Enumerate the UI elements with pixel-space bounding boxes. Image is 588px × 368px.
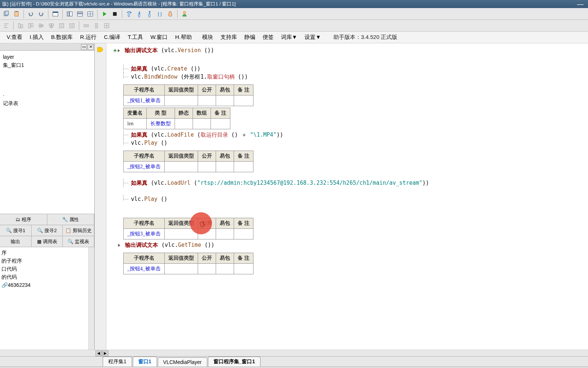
- table-cell[interactable]: [234, 264, 253, 274]
- menu-settings[interactable]: 设置▼: [301, 32, 325, 42]
- align1-icon[interactable]: [1, 21, 11, 30]
- align4-icon[interactable]: [36, 21, 46, 30]
- table-cell[interactable]: [193, 119, 211, 129]
- table-cell[interactable]: _按钮2_被单击: [124, 162, 165, 172]
- code-editor[interactable]: ＋ 输出调试文本 (vlc.Version ()) 如果真 (vlc.Creat…: [95, 43, 588, 350]
- menu-run[interactable]: R.运行: [76, 32, 100, 42]
- stepout-icon[interactable]: {}: [145, 9, 154, 19]
- variable-table[interactable]: 变量名类 型静态数组备 注 len长整数型: [123, 108, 230, 129]
- search-tab-1[interactable]: 🔍搜寻1: [0, 225, 32, 236]
- table-cell[interactable]: [216, 162, 234, 172]
- close-icon[interactable]: ✕: [88, 44, 94, 50]
- tree-node[interactable]: layer: [1, 53, 93, 61]
- code-line[interactable]: 如果真 (vlc.LoadUrl ("rtsp://admin:hcby1234…: [123, 179, 582, 187]
- table-cell[interactable]: [198, 162, 216, 172]
- scroll-right-icon[interactable]: ▶: [102, 350, 109, 356]
- table-cell[interactable]: _按钮3_被单击: [124, 229, 165, 239]
- menu-dict[interactable]: 词库▼: [277, 32, 301, 42]
- outline-item[interactable]: 口代码: [1, 265, 93, 273]
- table-cell[interactable]: [165, 95, 198, 106]
- subroutine-table[interactable]: 子程序名返回值类型公开易包备 注 _按钮2_被单击: [123, 151, 253, 172]
- stepover-icon[interactable]: {}: [124, 9, 134, 19]
- align6-icon[interactable]: [57, 21, 66, 30]
- redo-icon[interactable]: [36, 9, 46, 19]
- form-icon[interactable]: [51, 9, 60, 19]
- layout2-icon[interactable]: [75, 9, 85, 19]
- outline-item[interactable]: 的代码: [1, 273, 93, 281]
- table-cell[interactable]: _按钮4_被单击: [124, 264, 165, 274]
- table-cell[interactable]: [211, 119, 230, 129]
- menu-module[interactable]: 模块: [198, 32, 217, 42]
- layout3-icon[interactable]: [85, 9, 95, 19]
- tab-vlcmediaplayer[interactable]: VLCMediaPlayer: [158, 357, 207, 367]
- table-cell[interactable]: [234, 162, 253, 172]
- code-line[interactable]: 如果真 (vlc.Create ()): [123, 65, 582, 73]
- outline-item[interactable]: 的子程序: [1, 257, 93, 265]
- collapse-icon[interactable]: [118, 49, 120, 52]
- align7-icon[interactable]: [67, 21, 77, 30]
- braces-icon[interactable]: { }: [155, 9, 165, 19]
- menu-database[interactable]: B.数据库: [47, 32, 76, 42]
- tab-windowprogset[interactable]: 窗口程序集_窗口1: [208, 357, 261, 367]
- copy-icon[interactable]: [1, 9, 11, 19]
- outline-list[interactable]: 序 的子程序 口代码 的代码 🔗46362234: [0, 247, 94, 350]
- table-cell[interactable]: len: [124, 119, 147, 129]
- undo-icon[interactable]: [26, 9, 36, 19]
- table-cell[interactable]: [216, 95, 234, 106]
- run-icon[interactable]: [100, 9, 109, 19]
- menu-window[interactable]: W.窗口: [147, 32, 172, 42]
- hand-icon[interactable]: [165, 9, 175, 19]
- table-cell[interactable]: [234, 95, 253, 106]
- table-cell[interactable]: [198, 95, 216, 106]
- project-tree[interactable]: layer 集_窗口1 · 记录表: [0, 51, 94, 214]
- pin-icon[interactable]: ▭: [81, 44, 87, 50]
- stop-icon[interactable]: [110, 9, 120, 19]
- align5-icon[interactable]: [47, 21, 56, 30]
- code-line[interactable]: vlc.Play (): [123, 195, 582, 203]
- collapse-icon[interactable]: [118, 244, 120, 247]
- table-cell[interactable]: [234, 229, 253, 239]
- search-tab-2[interactable]: 🔍搜寻2: [32, 225, 63, 236]
- menu-quiet[interactable]: 静编: [241, 32, 259, 42]
- minimize-button[interactable]: —: [575, 0, 586, 8]
- table-cell[interactable]: [165, 229, 198, 239]
- tree-node[interactable]: 记录表: [1, 99, 93, 107]
- code-body[interactable]: ＋ 输出调试文本 (vlc.Version ()) 如果真 (vlc.Creat…: [106, 43, 588, 350]
- menu-insert[interactable]: I.插入: [26, 32, 47, 42]
- table-cell[interactable]: _按钮1_被单击: [124, 95, 165, 106]
- size3-icon[interactable]: [102, 21, 112, 30]
- subroutine-table[interactable]: 子程序名返回值类型公开易包备 注 _按钮3_被单击: [123, 218, 253, 239]
- align3-icon[interactable]: [26, 21, 36, 30]
- subroutine-table[interactable]: 子程序名返回值类型公开易包备 注 _按钮1_被单击: [123, 84, 253, 106]
- subroutine-table[interactable]: 子程序名返回值类型公开易包备 注 _按钮4_被单击: [123, 253, 253, 274]
- menu-support[interactable]: 支持库: [217, 32, 241, 42]
- calltable-tab[interactable]: ▦调用表: [32, 236, 63, 247]
- table-cell[interactable]: [216, 229, 234, 239]
- align2-icon[interactable]: [16, 21, 25, 30]
- menu-help[interactable]: H.帮助: [172, 32, 196, 42]
- menu-tool[interactable]: T.工具: [124, 32, 147, 42]
- code-line[interactable]: ＋ 输出调试文本 (vlc.Version ()): [112, 46, 582, 54]
- layout1-icon[interactable]: [65, 9, 74, 19]
- table-cell[interactable]: [198, 229, 216, 239]
- tree-node[interactable]: 集_窗口1: [1, 61, 93, 69]
- table-cell[interactable]: [198, 264, 216, 274]
- tree-node[interactable]: ·: [1, 91, 93, 99]
- watch-tab[interactable]: 🔍监视表: [63, 236, 94, 247]
- prop-tab-program[interactable]: 🗂程序: [0, 214, 47, 225]
- scrollbar[interactable]: [88, 247, 94, 350]
- code-line[interactable]: vlc.BindWindow (外形框1.取窗口句柄 ()): [123, 73, 582, 81]
- menu-note[interactable]: 便签: [259, 32, 277, 42]
- table-cell[interactable]: 长整数型: [147, 119, 175, 129]
- size2-icon[interactable]: [92, 21, 101, 30]
- table-cell[interactable]: [165, 162, 198, 172]
- stepinto-icon[interactable]: {}: [135, 9, 144, 19]
- code-line[interactable]: vlc.Play (): [123, 139, 582, 147]
- output-tab[interactable]: 输出: [0, 236, 32, 247]
- tab-programset1[interactable]: 程序集1: [103, 357, 132, 367]
- size1-icon[interactable]: [81, 21, 91, 30]
- scroll-left-icon[interactable]: ◀: [95, 350, 102, 356]
- tab-window1[interactable]: 窗口1: [133, 357, 157, 367]
- prop-tab-attr[interactable]: 🔧属性: [47, 214, 95, 225]
- person-icon[interactable]: [180, 9, 189, 19]
